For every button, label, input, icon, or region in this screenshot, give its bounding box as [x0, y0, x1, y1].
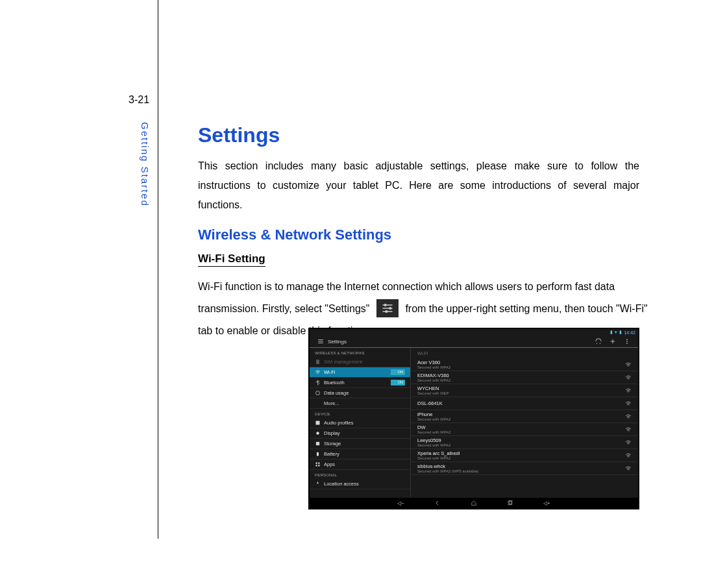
wifi-signal-icon [625, 413, 632, 420]
wifi-network-name: Leeys0509 [417, 437, 625, 443]
wifi-network[interactable]: Xperia arc S_albedlSecured with WPA2 [411, 449, 638, 462]
wifi-line-2b: from the upper-right setting menu, then … [405, 303, 647, 314]
setting-bluetooth[interactable]: Bluetooth ON [310, 378, 410, 388]
heading-wireless-network: Wireless & Network Settings [198, 227, 639, 243]
section-wireless: WIRELESS & NETWORKS [310, 348, 410, 357]
setting-label: Storage [324, 441, 341, 447]
setting-more[interactable]: More... [310, 398, 410, 409]
setting-label: More... [324, 400, 339, 406]
heading-wifi-setting: Wi-Fi Setting [198, 252, 265, 267]
wifi-signal-icon [625, 387, 632, 394]
battery-icon [315, 451, 321, 457]
wifi-signal-icon [625, 361, 632, 368]
wifi-network-name: WYCHEN [417, 386, 625, 391]
wifi-signal-icon [625, 426, 632, 433]
menu-icon[interactable] [624, 338, 630, 345]
wifi-network[interactable]: DSL-6641K [411, 397, 638, 410]
settings-panels: WIRELESS & NETWORKS SIM management Wi-Fi… [310, 348, 638, 497]
manual-page: 3-21 Getting Started Settings This secti… [0, 0, 701, 588]
wifi-line-2: transmission. Firstly, select "Settings"… [198, 298, 639, 320]
setting-label: Audio profiles [324, 420, 353, 426]
app-title-row: Settings [310, 336, 638, 347]
setting-label: Battery [324, 451, 339, 457]
settings-categories: WIRELESS & NETWORKS SIM management Wi-Fi… [310, 348, 411, 497]
recents-button[interactable] [507, 500, 513, 506]
storage-icon [315, 441, 321, 447]
setting-label: Bluetooth [324, 380, 345, 386]
svg-point-3 [626, 339, 627, 339]
back-button[interactable] [434, 500, 441, 506]
wifi-network-security: Secured with WPA2 [417, 365, 625, 370]
wifi-network-name: Acer V360 [417, 360, 625, 365]
setting-storage[interactable]: Storage [310, 439, 410, 449]
svg-rect-15 [318, 465, 319, 466]
setting-sim-management[interactable]: SIM management [310, 357, 410, 367]
wifi-network-security: Secured with WPA2 [417, 456, 625, 461]
wifi-network[interactable]: DWSecured with WPA2 [411, 423, 638, 436]
wifi-network-security: Secured with WPA2 (WPS available) [417, 469, 625, 474]
wifi-signal-icon [625, 400, 632, 407]
page-number: 3-21 [129, 94, 149, 106]
svg-point-9 [316, 432, 319, 435]
status-icon: ▾ [615, 330, 617, 335]
svg-point-0 [384, 304, 386, 306]
wifi-network[interactable]: Leeys0509Secured with WPA2 [411, 436, 638, 449]
location-icon [315, 481, 321, 487]
wifi-network[interactable]: Acer V360Secured with WPA2 [411, 358, 638, 371]
setting-label: Data usage [324, 390, 349, 396]
wifi-network-name: sibbios-whck [417, 463, 625, 469]
svg-point-2 [386, 310, 387, 312]
home-button[interactable] [471, 500, 477, 506]
app-title: Settings [328, 339, 347, 345]
wifi-toggle[interactable]: ON [391, 369, 405, 375]
svg-rect-14 [316, 465, 317, 466]
wifi-network-security: Secured with WPA2 [417, 417, 625, 422]
vertical-rule [158, 0, 158, 539]
heading-settings: Settings [198, 123, 639, 147]
wifi-line-1: Wi-Fi function is to manage the Internet… [198, 276, 639, 298]
setting-location-access[interactable]: Location access [310, 479, 410, 489]
setting-label: Display [324, 430, 340, 436]
wifi-network[interactable]: WYCHENSecured with WEP [411, 384, 638, 397]
setting-label: Wi-Fi [324, 369, 336, 375]
wifi-network-security: Secured with WPA2 [417, 443, 625, 448]
display-icon [315, 430, 321, 436]
volume-down-button[interactable]: ◁− [397, 500, 404, 506]
svg-rect-11 [317, 452, 319, 456]
wifi-network[interactable]: EDIMAX-V360Secured with WPA2 [411, 371, 638, 384]
wifi-network-name: EDIMAX-V360 [417, 373, 625, 378]
volume-up-button[interactable]: ◁+ [543, 500, 550, 506]
battery-icon: ▮ [619, 330, 622, 335]
svg-point-1 [389, 307, 391, 309]
android-screenshot: ▮ ▾ ▮ 14:42 Settings WIRELESS & NETWORKS [308, 328, 639, 509]
wifi-network-list: Wi-Fi Acer V360Secured with WPA2 EDIMAX-… [411, 348, 638, 497]
settings-sliders-icon [376, 299, 399, 317]
setting-wifi[interactable]: Wi-Fi ON [310, 367, 410, 378]
heading-wifi-setting-wrap: Wi-Fi Setting [198, 252, 639, 276]
sim-icon [315, 359, 321, 365]
add-icon[interactable] [609, 338, 616, 345]
intro-paragraph: This section includes many basic adjusta… [198, 156, 639, 215]
svg-point-7 [316, 391, 320, 395]
wifi-network-name: Xperia arc S_albedl [417, 450, 625, 456]
wifi-network[interactable]: sibbios-whckSecured with WPA2 (WPS avail… [411, 462, 638, 475]
data-usage-icon [315, 390, 321, 396]
setting-battery[interactable]: Battery [310, 449, 410, 459]
scan-icon[interactable] [595, 338, 602, 345]
setting-label: Location access [324, 481, 359, 487]
status-icon: ▮ [610, 330, 613, 335]
setting-audio-profiles[interactable]: Audio profiles [310, 418, 410, 428]
setting-apps[interactable]: Apps [310, 459, 410, 470]
bluetooth-icon [315, 380, 321, 386]
svg-rect-10 [316, 442, 319, 445]
svg-point-5 [626, 343, 627, 343]
wifi-network-name: DSL-6641K [417, 400, 625, 406]
wifi-signal-icon [625, 465, 632, 472]
setting-display[interactable]: Display [310, 428, 410, 439]
bluetooth-toggle[interactable]: ON [391, 380, 405, 386]
setting-data-usage[interactable]: Data usage [310, 388, 410, 398]
wifi-network[interactable]: iPhoneSecured with WPA2 [411, 410, 638, 423]
svg-rect-8 [316, 421, 320, 425]
setting-label: SIM management [324, 359, 362, 365]
status-bar: ▮ ▾ ▮ 14:42 [310, 329, 638, 336]
